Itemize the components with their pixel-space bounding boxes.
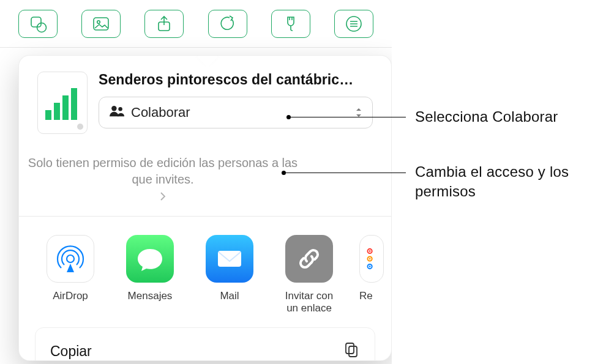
copy-icon <box>343 341 360 361</box>
share-mail-label: Mail <box>220 290 239 302</box>
svg-point-11 <box>118 107 122 111</box>
permissions-row[interactable]: Solo tienen permiso de edición las perso… <box>19 155 307 201</box>
share-mail[interactable]: Mail <box>200 235 259 315</box>
shapes-button[interactable] <box>18 10 58 38</box>
airdrop-icon <box>47 235 94 283</box>
share-messages[interactable]: Mensajes <box>121 235 179 315</box>
svg-rect-6 <box>45 110 51 120</box>
share-button[interactable] <box>144 10 184 38</box>
share-invite-link[interactable]: Invitar con un enlace <box>280 235 339 315</box>
svg-point-15 <box>369 250 371 252</box>
copy-action[interactable]: Copiar <box>35 327 375 361</box>
messages-icon <box>126 235 174 283</box>
permissions-text: Solo tienen permiso de edición las perso… <box>19 155 307 188</box>
svg-rect-2 <box>94 18 108 30</box>
people-icon <box>109 105 125 121</box>
share-airdrop-label: AirDrop <box>53 290 88 302</box>
svg-point-12 <box>67 255 74 262</box>
chevron-right-icon <box>160 191 166 201</box>
svg-rect-8 <box>62 95 69 120</box>
top-toolbar <box>0 0 392 48</box>
chart-bars-icon <box>38 78 87 127</box>
image-icon <box>92 15 110 33</box>
menu-button[interactable] <box>334 10 373 38</box>
collaborate-select[interactable]: Colaborar <box>99 97 373 128</box>
collaborate-label: Colaborar <box>131 105 190 121</box>
callout-select-collaborate: Selecciona Colaborar <box>415 107 558 127</box>
reminders-icon <box>359 235 384 283</box>
svg-rect-13 <box>218 251 241 267</box>
svg-point-17 <box>369 258 371 260</box>
svg-rect-20 <box>346 343 354 354</box>
share-messages-label: Mensajes <box>128 290 173 302</box>
popover-header: Senderos pintorescos del cantábric… Cola… <box>19 56 391 143</box>
link-icon <box>285 235 333 283</box>
media-button[interactable] <box>81 10 121 38</box>
svg-rect-21 <box>349 346 357 357</box>
share-partial-label: Re <box>359 290 384 302</box>
brush-icon <box>282 15 300 33</box>
callout-change-access: Cambia el acceso y los permisos <box>415 162 574 202</box>
shapes-icon <box>29 15 47 33</box>
share-icon <box>155 15 173 33</box>
svg-point-10 <box>111 106 116 111</box>
menu-icon <box>345 15 363 33</box>
share-invite-link-label: Invitar con un enlace <box>280 290 339 315</box>
copy-label: Copiar <box>50 343 92 360</box>
undo-icon <box>219 15 237 33</box>
mail-icon <box>206 235 253 283</box>
document-title: Senderos pintorescos del cantábric… <box>99 72 373 88</box>
share-airdrop[interactable]: AirDrop <box>41 235 100 315</box>
undo-button[interactable] <box>208 10 247 38</box>
svg-rect-7 <box>54 103 60 120</box>
format-button[interactable] <box>271 10 310 38</box>
share-partial[interactable]: Re <box>359 235 384 315</box>
svg-point-1 <box>37 23 46 32</box>
share-popover: Senderos pintorescos del cantábric… Cola… <box>18 55 392 361</box>
svg-point-3 <box>97 20 100 23</box>
share-targets-row: AirDrop Mensajes Mail <box>19 217 391 327</box>
document-thumbnail <box>37 72 88 134</box>
svg-point-19 <box>369 266 371 267</box>
svg-rect-0 <box>31 17 41 27</box>
svg-rect-9 <box>71 88 77 120</box>
